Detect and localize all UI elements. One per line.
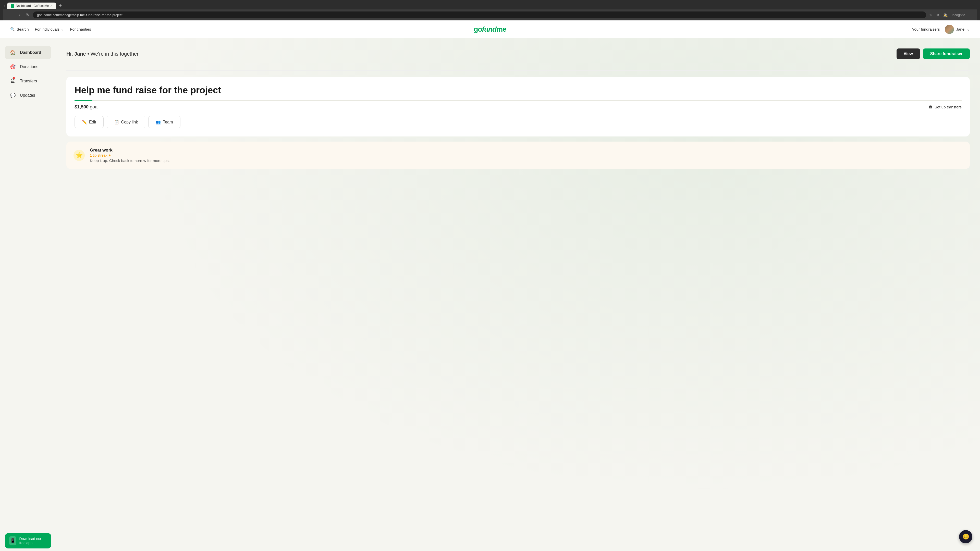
page-wrapper: 🔍 Search For individuals ⌄ For charities… <box>0 21 980 551</box>
sidebar-item-donations[interactable]: 🎯 Donations <box>5 60 51 73</box>
nav-left: 🔍 Search For individuals ⌄ For charities <box>10 27 91 32</box>
team-button[interactable]: 👥 Team <box>148 116 180 128</box>
download-app-button[interactable]: 📱 Download our free app <box>5 533 51 548</box>
setup-transfers-label: Set up transfers <box>935 105 962 109</box>
dashboard-header: Hi, Jane • We're in this together View S… <box>66 43 970 64</box>
chevron-down-icon: ⌄ <box>60 27 64 32</box>
search-label: Search <box>17 27 29 32</box>
bookmark-icon[interactable]: ☆ <box>928 12 934 18</box>
download-app-icon: 📱 <box>9 536 16 545</box>
edit-label: Edit <box>89 120 96 124</box>
for-charities-link[interactable]: For charities <box>70 27 91 32</box>
tab-close-button[interactable]: × <box>50 4 52 8</box>
setup-transfers-link[interactable]: 🏛 Set up transfers <box>929 105 962 109</box>
edit-icon: ✏️ <box>82 120 87 124</box>
sidebar-label-donations: Donations <box>20 65 38 69</box>
sidebar-item-transfers[interactable]: 🏛 Transfers <box>5 75 51 88</box>
tips-message: Keep it up. Check back tomorrow for more… <box>90 159 170 163</box>
search-icon: 🔍 <box>10 27 15 32</box>
updates-icon: 💬 <box>9 92 16 99</box>
url-bar[interactable] <box>33 11 926 18</box>
tab-favicon <box>11 4 14 8</box>
incognito-label: Incognito <box>951 12 966 18</box>
greeting-name: Hi, Jane <box>66 51 86 57</box>
new-tab-button[interactable]: + <box>57 2 64 10</box>
goal-text: $1,500 goal <box>75 104 99 110</box>
browser-url-actions: ☆ ⧉ 🕵 Incognito ⋮ <box>928 12 974 18</box>
team-label: Team <box>163 120 173 124</box>
your-fundraisers-link[interactable]: Your fundraisers <box>912 27 940 32</box>
browser-chrome: ‹ Dashboard - GoFundMe × + ← → ↻ ☆ ⧉ 🕵 I… <box>0 0 980 21</box>
goal-amount: $1,500 <box>75 104 89 110</box>
action-buttons: ✏️ Edit 📋 Copy link 👥 Team <box>75 116 962 128</box>
menu-icon[interactable]: ⋮ <box>968 12 974 18</box>
progress-bar-fill <box>75 100 92 101</box>
browser-controls: ← → ↻ ☆ ⧉ 🕵 Incognito ⋮ <box>3 10 977 21</box>
tab-arrow-left[interactable]: ‹ <box>3 3 6 9</box>
for-individuals-link[interactable]: For individuals ⌄ <box>35 27 64 32</box>
download-app-label: Download our free app <box>19 537 47 545</box>
transfers-badge <box>13 77 15 79</box>
sidebar-label-dashboard: Dashboard <box>20 50 41 55</box>
for-individuals-label: For individuals <box>35 27 60 32</box>
active-tab[interactable]: Dashboard - GoFundMe × <box>7 3 56 9</box>
tab-title: Dashboard - GoFundMe <box>16 4 49 8</box>
progress-bar <box>75 100 962 101</box>
greeting: Hi, Jane • We're in this together <box>66 51 138 57</box>
fundraiser-title: Help me fund raise for the project <box>75 85 962 96</box>
copy-icon: 📋 <box>114 120 119 124</box>
tips-content: Great work 1 tip streak ✦ Keep it up. Ch… <box>90 148 170 163</box>
sidebar-label-updates: Updates <box>20 93 35 98</box>
username: Jane <box>956 27 964 32</box>
forward-button[interactable]: → <box>15 12 22 18</box>
fundraiser-card: Help me fund raise for the project $1,50… <box>66 77 970 137</box>
search-button[interactable]: 🔍 Search <box>10 27 29 32</box>
divider <box>66 70 970 71</box>
chevron-down-icon: ⌄ <box>966 27 970 32</box>
copy-link-button[interactable]: 📋 Copy link <box>107 116 145 128</box>
share-fundraiser-button[interactable]: Share fundraiser <box>923 48 970 59</box>
back-button[interactable]: ← <box>6 12 13 18</box>
tips-title: Great work <box>90 148 170 153</box>
header-actions: View Share fundraiser <box>897 48 970 59</box>
tips-star-icon: ⭐ <box>73 150 85 161</box>
incognito-icon: 🕵 <box>942 12 948 18</box>
main-container: 🏠 Dashboard 🎯 Donations 🏛 Transfers 💬 Up… <box>0 38 980 551</box>
copy-link-label: Copy link <box>121 120 138 124</box>
fundraiser-meta: $1,500 goal 🏛 Set up transfers <box>75 104 962 110</box>
edit-button[interactable]: ✏️ Edit <box>75 116 103 128</box>
tips-streak: 1 tip streak ✦ <box>90 153 170 157</box>
avatar <box>945 25 954 34</box>
for-charities-label: For charities <box>70 27 91 32</box>
nav-right: Your fundraisers Jane ⌄ <box>912 25 970 34</box>
logo-text: gofundme <box>474 25 506 33</box>
chat-icon: 😊 <box>963 534 969 540</box>
browser-tabs: ‹ Dashboard - GoFundMe × + <box>3 2 977 10</box>
view-button[interactable]: View <box>897 48 920 59</box>
sidebar: 🏠 Dashboard 🎯 Donations 🏛 Transfers 💬 Up… <box>0 38 56 551</box>
goal-label: goal <box>90 104 99 110</box>
content-area: Hi, Jane • We're in this together View S… <box>56 38 980 551</box>
sidebar-label-transfers: Transfers <box>20 79 37 83</box>
greeting-subtitle: We're in this together <box>91 51 138 57</box>
home-icon: 🏠 <box>9 49 16 56</box>
user-menu[interactable]: Jane ⌄ <box>945 25 970 34</box>
sidebar-item-dashboard[interactable]: 🏠 Dashboard <box>5 46 51 59</box>
bank-icon: 🏛 <box>929 105 932 109</box>
greeting-separator: • <box>87 51 91 57</box>
chat-bubble[interactable]: 😊 <box>959 530 972 543</box>
top-nav: 🔍 Search For individuals ⌄ For charities… <box>0 21 980 38</box>
tips-card: ⭐ Great work 1 tip streak ✦ Keep it up. … <box>66 141 970 169</box>
reload-button[interactable]: ↻ <box>24 11 31 18</box>
team-icon: 👥 <box>156 120 161 124</box>
sidebar-item-updates[interactable]: 💬 Updates <box>5 89 51 102</box>
donations-icon: 🎯 <box>9 63 16 70</box>
logo[interactable]: gofundme <box>474 25 506 33</box>
split-view-icon[interactable]: ⧉ <box>935 12 940 18</box>
